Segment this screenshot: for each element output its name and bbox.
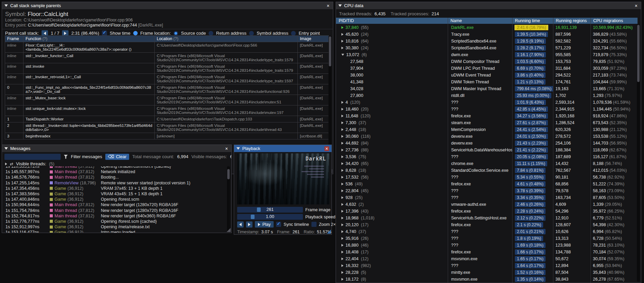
cpu-row[interactable]: 22,404(12)msvsmon.exe1.65 s (0.17%)50,67… xyxy=(336,255,638,262)
cpu-row[interactable]: 41,348DWM Token Thread1.21 s (0.13%)174,… xyxy=(336,79,638,85)
cpu-row[interactable]: 8,628(18)StandardCollector.Service.exe7.… xyxy=(336,167,638,174)
expand-threads-icon[interactable] xyxy=(5,163,7,165)
cpu-row[interactable]: 44,692(84)devenv.exe21.43 s (2.23%)254,1… xyxy=(336,140,638,147)
table-row[interactable]: 2std::thread::_Invoke<std::tuple<<lambda… xyxy=(5,122,329,133)
message-row[interactable]: 1s 150,994,644nsMain thread(37,812)New r… xyxy=(2,202,227,207)
table-row[interactable]: 0std::_Func_impl_no_alloc<<lambda_5bc224… xyxy=(5,84,329,95)
expand-arrow-icon[interactable] xyxy=(341,47,343,49)
step-forward-button[interactable] xyxy=(246,221,252,228)
cpu-row[interactable]: 18,968(1,018)ServiceHub.SettingsHost.exe… xyxy=(336,215,638,221)
cpu-row[interactable]: 16,332(982)???1.64 s (0.17%)12,8946,955 … xyxy=(336,262,638,269)
message-row[interactable]: 1s 120,335,272nsMain thread(37,812)Openi… xyxy=(2,166,227,169)
radio-return-address[interactable] xyxy=(209,31,213,36)
cpu-row[interactable]: 7,300(37)steam.exe27.61 s (2.87%)1,286,5… xyxy=(336,119,638,126)
cpu-row[interactable]: 17,532(56)???5.34 s (0.55%)90,18156,738 … xyxy=(336,174,638,181)
collapse-icon[interactable] xyxy=(338,4,342,7)
collapse-icon[interactable] xyxy=(236,147,240,150)
shuffle-icon[interactable]: ⇄ xyxy=(10,162,13,166)
table-row[interactable]: inlinestd::_Invoker_functor::_CallC:\Pro… xyxy=(5,53,329,63)
expand-arrow-icon[interactable] xyxy=(341,257,343,260)
cpu-scrollbar[interactable] xyxy=(637,24,640,282)
column-header-cpu-migrations[interactable]: CPU migrations xyxy=(593,18,623,23)
cpu-row[interactable]: 3,536(75)???20.05 s (2.08%)187,689116,12… xyxy=(336,153,638,160)
resize-grip[interactable] xyxy=(327,230,331,234)
message-row[interactable]: 1s 145,557,997nsMain thread(37,812)Netwo… xyxy=(2,169,227,174)
column-header-image[interactable]: Image xyxy=(298,36,329,42)
close-icon[interactable]: × xyxy=(634,3,639,8)
cpu-row[interactable]: 34,028DWM Master Input Thread799.64 ms (… xyxy=(336,85,638,92)
help-marker[interactable]: (?) xyxy=(173,36,179,41)
expand-arrow-icon[interactable] xyxy=(341,278,343,281)
message-row[interactable]: 1s 146,576,766nsMain thread(37,812)Booti… xyxy=(2,174,227,180)
close-icon[interactable]: × xyxy=(324,146,329,151)
messages-scroll-thumb[interactable] xyxy=(227,169,230,179)
expand-arrow-icon[interactable] xyxy=(341,237,343,240)
message-row[interactable]: 1s 152,912,997nsGame(36,912)Opening /met… xyxy=(2,224,227,230)
cpu-row[interactable]: 35,916(26)???1.8 s (0.19%)13,3136,728 (5… xyxy=(336,235,638,242)
close-icon[interactable]: × xyxy=(224,146,229,151)
expand-arrow-icon[interactable] xyxy=(341,251,343,253)
expand-arrow-icon[interactable] xyxy=(341,128,343,131)
expand-arrow-icon[interactable] xyxy=(341,121,343,124)
callstack-titlebar[interactable]: Call stack sample parents × xyxy=(2,2,333,9)
cpu-row[interactable]: 16,880(46)???1.69 s (0.18%)123,98878,231… xyxy=(336,242,638,249)
help-marker[interactable]: (?) xyxy=(42,36,47,41)
column-header-name[interactable]: Name xyxy=(450,18,462,23)
message-filter-input[interactable] xyxy=(4,154,61,160)
message-row[interactable]: 1s 152,764,817nsMain thread(37,812)New r… xyxy=(2,213,227,219)
cpu-row[interactable]: 30,060(116)devenv.exe24.01 s (2.50%)278,… xyxy=(336,133,638,140)
expand-arrow-icon[interactable] xyxy=(341,162,343,165)
cpu-row[interactable]: 20,120(17)firefox.exe2.1 s (0.22%)128,60… xyxy=(336,221,638,228)
callstack-scroll-thumb[interactable] xyxy=(329,36,331,66)
cpu-row[interactable]: 536(49)firefox.exe4.61 s (0.48%)68,85651… xyxy=(336,181,638,187)
expand-arrow-icon[interactable] xyxy=(341,33,343,36)
cpu-row[interactable]: 37,840(55)DarkRL.exe2:41.6 (16.79%)16,93… xyxy=(336,24,638,31)
expand-arrow-icon[interactable] xyxy=(341,101,343,104)
expand-arrow-icon[interactable] xyxy=(341,183,343,185)
table-row[interactable]: 3beginthreadex[unknown][ucrtbase.dll] xyxy=(5,133,329,139)
cpu-row[interactable]: 4(120)???1:01.9 (6.43%)2,593,3141,078,53… xyxy=(336,99,638,106)
column-header-running-regions[interactable]: Running regions xyxy=(556,18,587,23)
expand-arrow-icon[interactable] xyxy=(341,203,343,206)
close-icon[interactable]: × xyxy=(326,3,331,8)
expand-arrow-icon[interactable] xyxy=(341,271,343,274)
expand-arrow-icon[interactable] xyxy=(341,244,343,247)
message-row[interactable]: 1s 151,754,784nsMain thread(37,812)New r… xyxy=(2,208,227,213)
frame-image[interactable]: DarkRL xyxy=(237,153,329,204)
table-row[interactable]: inlinestd::_Invoker_ret<void,1>::_CallC:… xyxy=(5,74,329,84)
cpu-row[interactable]: 27,548DWM Compositor Thread1:03.5 (6.60%… xyxy=(336,58,638,65)
cpu-row[interactable]: 4,632(2)vmware-authd.exe2.46 s (0.26%)4,… xyxy=(336,201,638,208)
cpu-row[interactable]: 34,420(65)chrome.exe11.11 s (1.15%)14,43… xyxy=(336,160,638,167)
expand-arrow-icon[interactable] xyxy=(341,155,343,158)
cpu-row[interactable]: 30,380(24)ScriptedSandbox64.exe1:28.2 (9… xyxy=(336,45,638,51)
collapse-arrow-icon[interactable] xyxy=(341,54,344,56)
play-button[interactable]: Play xyxy=(255,221,274,228)
cpu-row[interactable]: 27,800ntdll.dll25.93 ms (0.00%)1,7021,29… xyxy=(336,92,638,99)
expand-arrow-icon[interactable] xyxy=(341,26,343,29)
show-time-checkbox[interactable] xyxy=(102,31,107,36)
expand-arrow-icon[interactable] xyxy=(341,264,343,267)
message-row[interactable]: 1s 147,400,846nsGame(36,912)Opening /for… xyxy=(2,197,227,202)
expand-arrow-icon[interactable] xyxy=(341,210,343,213)
collapse-icon[interactable] xyxy=(4,147,8,150)
cpu-row[interactable]: 28,228(5)mintty.exe1.52 s (0.16%)87,5043… xyxy=(336,269,638,276)
cpu-row[interactable]: 2,448(18)MemCompression24.41 s (2.54%)62… xyxy=(336,126,638,133)
collapse-icon[interactable] xyxy=(4,4,8,7)
expand-arrow-icon[interactable] xyxy=(341,115,343,117)
message-row[interactable]: 1s 147,354,456nsGame(36,912)VRAM 37x45: … xyxy=(2,186,227,191)
column-header-function[interactable]: Function (?) xyxy=(24,36,155,42)
expand-arrow-icon[interactable] xyxy=(341,217,343,219)
expand-arrow-icon[interactable] xyxy=(341,230,343,233)
cpu-row[interactable]: 37,904DWM LPC Port Thread6.69 s (0.70%)3… xyxy=(336,65,638,72)
cpu-row[interactable]: 928(25)???3.34 s (0.35%)163,73487,605 (5… xyxy=(336,194,638,201)
expand-arrow-icon[interactable] xyxy=(341,142,343,145)
playback-titlebar[interactable]: Playback × xyxy=(234,145,332,152)
table-row[interactable]: 1TaskDispatch::WorkerC:\Users\wolf\Deskt… xyxy=(5,116,329,122)
message-row[interactable]: 1s 153,116,477nsGame(36,912)Intro menu l… xyxy=(2,230,227,233)
sync-timeline-checkbox[interactable] xyxy=(276,222,281,227)
column-header-pid[interactable]: PID/TID xyxy=(339,18,354,23)
expand-arrow-icon[interactable] xyxy=(341,135,343,138)
cpu-row[interactable]: 18,408(17)firefox.exe1.66 s (0.17%)134,7… xyxy=(336,249,638,255)
cpu-scroll-thumb[interactable] xyxy=(637,25,640,82)
cpu-row[interactable]: 17,396(43)firefox.exe2.28 s (0.24%)54,29… xyxy=(336,208,638,215)
